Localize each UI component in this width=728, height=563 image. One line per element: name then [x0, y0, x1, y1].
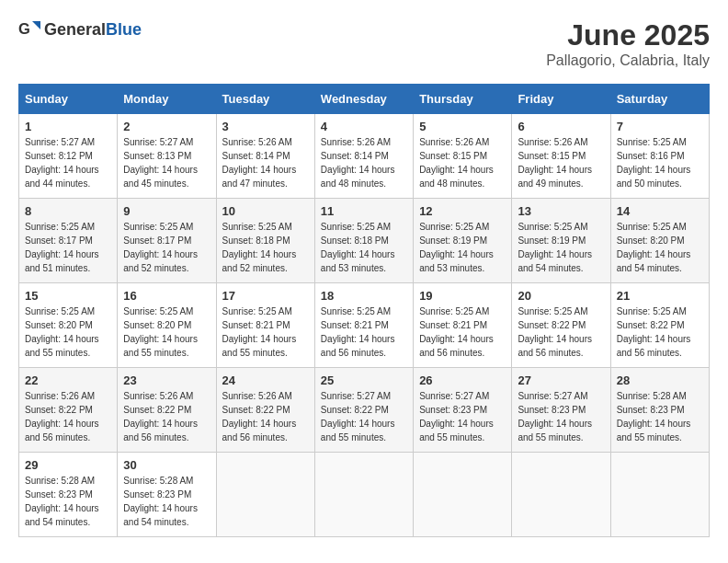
day-info: Sunrise: 5:26 AM Sunset: 8:15 PM Dayligh…: [419, 135, 506, 190]
day-number: 26: [419, 373, 506, 387]
logo-icon: G: [18, 18, 40, 40]
day-number: 29: [25, 458, 111, 472]
day-number: 10: [222, 204, 309, 218]
day-info: Sunrise: 5:25 AM Sunset: 8:21 PM Dayligh…: [222, 304, 309, 360]
calendar-day-cell: 24 Sunrise: 5:26 AM Sunset: 8:22 PM Dayl…: [216, 368, 314, 453]
day-info: Sunrise: 5:25 AM Sunset: 8:22 PM Dayligh…: [518, 304, 604, 360]
day-of-week-header: Saturday: [610, 85, 709, 114]
day-info: Sunrise: 5:25 AM Sunset: 8:19 PM Dayligh…: [419, 220, 506, 275]
day-number: 2: [123, 120, 210, 133]
calendar-day-cell: 12 Sunrise: 5:25 AM Sunset: 8:19 PM Dayl…: [414, 199, 512, 283]
svg-text:G: G: [18, 20, 30, 37]
day-info: Sunrise: 5:25 AM Sunset: 8:18 PM Dayligh…: [321, 220, 407, 275]
day-info: Sunrise: 5:25 AM Sunset: 8:16 PM Dayligh…: [617, 135, 703, 190]
day-info: Sunrise: 5:27 AM Sunset: 8:13 PM Dayligh…: [123, 135, 210, 190]
day-number: 13: [518, 204, 604, 218]
day-info: Sunrise: 5:25 AM Sunset: 8:21 PM Dayligh…: [321, 304, 407, 360]
day-info: Sunrise: 5:27 AM Sunset: 8:12 PM Dayligh…: [25, 135, 111, 190]
calendar-day-cell: 4 Sunrise: 5:26 AM Sunset: 8:14 PM Dayli…: [314, 114, 413, 199]
day-info: Sunrise: 5:26 AM Sunset: 8:14 PM Dayligh…: [321, 135, 407, 190]
day-number: 22: [25, 373, 111, 387]
calendar-day-cell: 7 Sunrise: 5:25 AM Sunset: 8:16 PM Dayli…: [610, 114, 709, 199]
day-number: 28: [617, 373, 703, 387]
day-of-week-header: Tuesday: [216, 85, 314, 114]
calendar-day-cell: 26 Sunrise: 5:27 AM Sunset: 8:23 PM Dayl…: [414, 368, 512, 453]
calendar-day-cell: [512, 453, 610, 537]
calendar-day-cell: [610, 453, 709, 537]
calendar-day-cell: 29 Sunrise: 5:28 AM Sunset: 8:23 PM Dayl…: [19, 453, 118, 537]
day-info: Sunrise: 5:25 AM Sunset: 8:21 PM Dayligh…: [419, 304, 506, 360]
calendar-day-cell: 22 Sunrise: 5:26 AM Sunset: 8:22 PM Dayl…: [19, 368, 118, 453]
calendar-day-cell: 17 Sunrise: 5:25 AM Sunset: 8:21 PM Dayl…: [216, 283, 314, 368]
calendar-header-row: SundayMondayTuesdayWednesdayThursdayFrid…: [19, 85, 710, 114]
day-number: 1: [25, 120, 111, 133]
day-number: 12: [419, 204, 506, 218]
svg-marker-1: [32, 21, 40, 29]
day-of-week-header: Thursday: [414, 85, 512, 114]
calendar-week-row: 29 Sunrise: 5:28 AM Sunset: 8:23 PM Dayl…: [19, 453, 710, 537]
calendar-day-cell: 10 Sunrise: 5:25 AM Sunset: 8:18 PM Dayl…: [216, 199, 314, 283]
day-info: Sunrise: 5:25 AM Sunset: 8:20 PM Dayligh…: [123, 304, 210, 360]
day-number: 20: [518, 289, 604, 303]
logo-text-general: General: [44, 20, 106, 39]
day-number: 19: [419, 289, 506, 303]
day-info: Sunrise: 5:26 AM Sunset: 8:22 PM Dayligh…: [222, 389, 309, 444]
day-info: Sunrise: 5:26 AM Sunset: 8:14 PM Dayligh…: [222, 135, 309, 190]
day-info: Sunrise: 5:25 AM Sunset: 8:19 PM Dayligh…: [518, 220, 604, 275]
calendar-day-cell: 5 Sunrise: 5:26 AM Sunset: 8:15 PM Dayli…: [414, 114, 512, 199]
location-title: Pallagorio, Calabria, Italy: [546, 52, 710, 69]
day-info: Sunrise: 5:25 AM Sunset: 8:22 PM Dayligh…: [617, 304, 703, 360]
day-number: 24: [222, 373, 309, 387]
day-number: 21: [617, 289, 703, 303]
day-number: 17: [222, 289, 309, 303]
day-number: 27: [518, 373, 604, 387]
calendar-day-cell: 16 Sunrise: 5:25 AM Sunset: 8:20 PM Dayl…: [118, 283, 216, 368]
day-info: Sunrise: 5:25 AM Sunset: 8:17 PM Dayligh…: [25, 220, 111, 275]
day-info: Sunrise: 5:25 AM Sunset: 8:20 PM Dayligh…: [25, 304, 111, 360]
day-number: 6: [518, 120, 604, 133]
calendar-day-cell: 27 Sunrise: 5:27 AM Sunset: 8:23 PM Dayl…: [512, 368, 610, 453]
day-info: Sunrise: 5:28 AM Sunset: 8:23 PM Dayligh…: [25, 474, 111, 529]
calendar-day-cell: 14 Sunrise: 5:25 AM Sunset: 8:20 PM Dayl…: [610, 199, 709, 283]
day-number: 16: [123, 289, 210, 303]
calendar-day-cell: 6 Sunrise: 5:26 AM Sunset: 8:15 PM Dayli…: [512, 114, 610, 199]
calendar-day-cell: 21 Sunrise: 5:25 AM Sunset: 8:22 PM Dayl…: [610, 283, 709, 368]
day-info: Sunrise: 5:25 AM Sunset: 8:17 PM Dayligh…: [123, 220, 210, 275]
day-number: 14: [617, 204, 703, 218]
calendar-day-cell: 9 Sunrise: 5:25 AM Sunset: 8:17 PM Dayli…: [118, 199, 216, 283]
calendar-day-cell: [216, 453, 314, 537]
calendar-day-cell: [414, 453, 512, 537]
day-number: 23: [123, 373, 210, 387]
day-info: Sunrise: 5:26 AM Sunset: 8:15 PM Dayligh…: [518, 135, 604, 190]
day-number: 11: [321, 204, 407, 218]
calendar-week-row: 22 Sunrise: 5:26 AM Sunset: 8:22 PM Dayl…: [19, 368, 710, 453]
day-of-week-header: Friday: [512, 85, 610, 114]
day-number: 7: [617, 120, 703, 133]
calendar-day-cell: 2 Sunrise: 5:27 AM Sunset: 8:13 PM Dayli…: [118, 114, 216, 199]
logo-text-blue: Blue: [106, 20, 142, 39]
calendar-table: SundayMondayTuesdayWednesdayThursdayFrid…: [18, 84, 710, 537]
day-info: Sunrise: 5:28 AM Sunset: 8:23 PM Dayligh…: [617, 389, 703, 444]
calendar-day-cell: 11 Sunrise: 5:25 AM Sunset: 8:18 PM Dayl…: [314, 199, 413, 283]
calendar-week-row: 15 Sunrise: 5:25 AM Sunset: 8:20 PM Dayl…: [19, 283, 710, 368]
day-number: 30: [123, 458, 210, 472]
page-header: G GeneralBlue June 2025 Pallagorio, Cala…: [18, 18, 710, 69]
calendar-day-cell: 18 Sunrise: 5:25 AM Sunset: 8:21 PM Dayl…: [314, 283, 413, 368]
calendar-week-row: 8 Sunrise: 5:25 AM Sunset: 8:17 PM Dayli…: [19, 199, 710, 283]
calendar-day-cell: 23 Sunrise: 5:26 AM Sunset: 8:22 PM Dayl…: [118, 368, 216, 453]
month-title: June 2025: [546, 18, 710, 52]
day-number: 3: [222, 120, 309, 133]
title-area: June 2025 Pallagorio, Calabria, Italy: [546, 18, 710, 69]
day-info: Sunrise: 5:26 AM Sunset: 8:22 PM Dayligh…: [123, 389, 210, 444]
day-info: Sunrise: 5:27 AM Sunset: 8:22 PM Dayligh…: [321, 389, 407, 444]
calendar-day-cell: 30 Sunrise: 5:28 AM Sunset: 8:23 PM Dayl…: [118, 453, 216, 537]
day-info: Sunrise: 5:26 AM Sunset: 8:22 PM Dayligh…: [25, 389, 111, 444]
day-number: 18: [321, 289, 407, 303]
day-number: 8: [25, 204, 111, 218]
calendar-day-cell: 13 Sunrise: 5:25 AM Sunset: 8:19 PM Dayl…: [512, 199, 610, 283]
day-number: 5: [419, 120, 506, 133]
calendar-day-cell: 25 Sunrise: 5:27 AM Sunset: 8:22 PM Dayl…: [314, 368, 413, 453]
day-info: Sunrise: 5:27 AM Sunset: 8:23 PM Dayligh…: [518, 389, 604, 444]
day-of-week-header: Wednesday: [314, 85, 413, 114]
day-number: 4: [321, 120, 407, 133]
